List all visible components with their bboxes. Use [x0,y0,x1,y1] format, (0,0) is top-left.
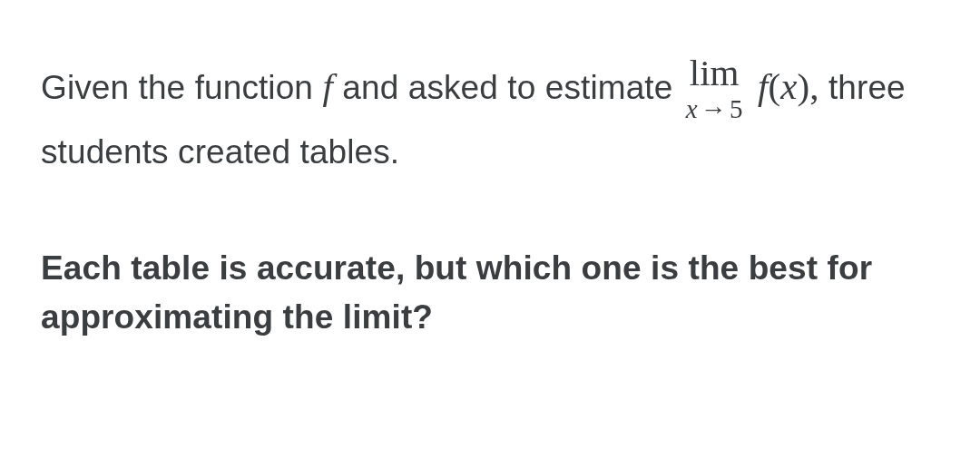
math-f: f [322,65,333,107]
arrow-icon: → [698,94,730,123]
comma: , [809,65,818,107]
lim-operator: lim [686,54,743,92]
question-text: Each table is accurate, but which one is… [41,249,872,336]
math-fx: f(x) [758,65,809,107]
text-segment: Given the function [41,69,322,106]
lim-subscript: x→5 [686,93,743,125]
question-paragraph: Each table is accurate, but which one is… [41,244,939,341]
limit-expression: lim x→5 [686,54,743,125]
problem-statement-paragraph: Given the function f and asked to estima… [41,54,939,179]
text-segment: and asked to estimate [333,69,682,106]
